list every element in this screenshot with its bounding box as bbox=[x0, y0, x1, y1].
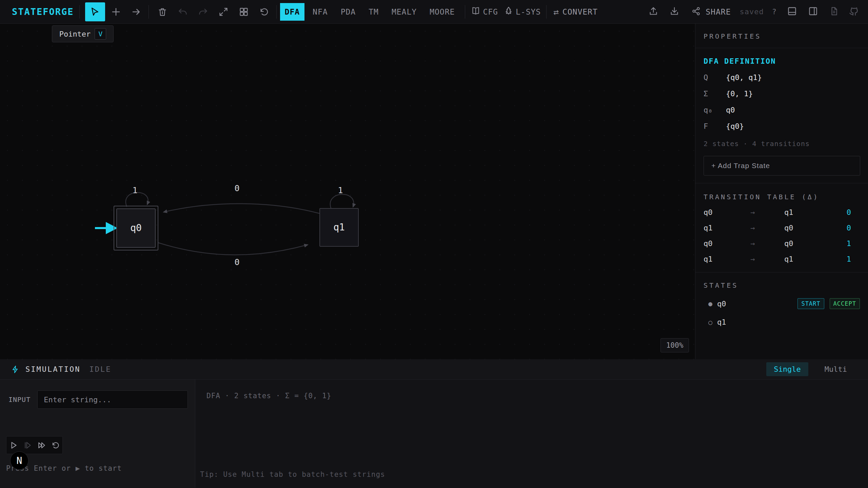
automaton-canvas[interactable]: 1 1 0 0 q0 q1 100% bbox=[0, 24, 695, 359]
tab-moore[interactable]: MOORE bbox=[425, 3, 459, 21]
add-state-tool-button[interactable] bbox=[109, 5, 123, 19]
properties-panel: PROPERTIES DFA DEFINITION Q {q0, q1} Σ {… bbox=[695, 24, 868, 359]
simulation-title: SIMULATION bbox=[25, 365, 80, 373]
state-list-item[interactable]: ● q0 START ACCEPT bbox=[704, 298, 860, 309]
transition-symbol: 1 bbox=[840, 255, 860, 263]
toggle-bottom-panel-button[interactable] bbox=[785, 5, 799, 19]
pointer-tool-button[interactable] bbox=[85, 2, 105, 21]
add-trap-state-button[interactable]: + Add Trap State bbox=[704, 156, 860, 176]
docs-button[interactable] bbox=[827, 5, 841, 19]
tab-cfg-label: CFG bbox=[483, 7, 498, 16]
transition-q1-self-loop[interactable] bbox=[330, 194, 354, 209]
nextjs-dev-badge[interactable]: N bbox=[10, 451, 28, 470]
start-badge: START bbox=[797, 298, 824, 309]
definition-label: F bbox=[704, 122, 726, 130]
fit-view-button[interactable] bbox=[217, 5, 230, 19]
state-list-id: q0 bbox=[717, 300, 792, 308]
input-label: INPUT bbox=[8, 395, 31, 404]
toolbar-divider bbox=[546, 5, 547, 19]
definition-row: Σ {0, 1} bbox=[704, 89, 860, 98]
transition-from: q1 bbox=[704, 224, 750, 232]
tab-tm[interactable]: TM bbox=[364, 3, 383, 21]
transition-table-title: TRANSITION TABLE (Δ) bbox=[704, 183, 860, 201]
tab-single[interactable]: Single bbox=[766, 362, 808, 376]
simulation-input-section: INPUT Press En bbox=[0, 380, 195, 488]
toolbar-divider bbox=[276, 5, 277, 19]
undo-button[interactable] bbox=[176, 5, 190, 19]
transition-from: q0 bbox=[704, 208, 750, 217]
machine-size-summary: 2 states · 4 transitions bbox=[704, 140, 860, 148]
label-q0-self[interactable]: 1 bbox=[132, 185, 137, 195]
plus-icon bbox=[111, 7, 121, 17]
transition-q1-to-q0[interactable] bbox=[163, 204, 320, 214]
toolbar: STATEFORGE bbox=[0, 0, 868, 24]
tab-nfa[interactable]: NFA bbox=[308, 3, 333, 21]
transition-table-row[interactable]: q1 → q1 1 bbox=[704, 255, 860, 263]
convert-label: CONVERT bbox=[563, 7, 598, 16]
transition-from: q1 bbox=[704, 255, 750, 263]
app-window: STATEFORGE bbox=[0, 0, 868, 488]
state-hollow-dot-icon: ○ bbox=[704, 318, 717, 326]
tab-lsys[interactable]: L-SYS bbox=[504, 6, 541, 17]
simulation-header: SIMULATION IDLE Single Multi bbox=[0, 359, 868, 380]
tab-cfg[interactable]: CFG bbox=[471, 6, 498, 17]
tab-pda[interactable]: PDA bbox=[336, 3, 361, 21]
transition-table-row[interactable]: q0 → q1 0 bbox=[704, 208, 860, 217]
state-filled-dot-icon: ● bbox=[704, 300, 717, 308]
share-icon bbox=[692, 7, 701, 17]
tab-mealy[interactable]: MEALY bbox=[387, 3, 421, 21]
upload-icon bbox=[649, 6, 658, 17]
auto-layout-button[interactable] bbox=[237, 5, 251, 19]
fast-forward-button[interactable] bbox=[37, 441, 46, 450]
transition-from: q0 bbox=[704, 239, 750, 248]
transition-to: q1 bbox=[784, 255, 840, 263]
state-q0-label: q0 bbox=[130, 222, 142, 233]
add-transition-tool-button[interactable] bbox=[130, 5, 143, 19]
export-button[interactable] bbox=[647, 5, 660, 19]
toolbar-divider bbox=[465, 5, 465, 19]
reset-simulation-button[interactable] bbox=[52, 441, 60, 449]
saved-status: saved bbox=[740, 7, 764, 16]
panel-divider bbox=[695, 48, 868, 48]
label-q1-self[interactable]: 1 bbox=[338, 185, 343, 195]
play-button[interactable] bbox=[9, 441, 18, 450]
tab-dfa[interactable]: DFA bbox=[280, 3, 305, 21]
help-button[interactable]: ? bbox=[772, 7, 776, 16]
transition-table-row[interactable]: q1 → q0 0 bbox=[704, 224, 860, 232]
book-icon bbox=[471, 6, 480, 17]
label-q1-to-q0[interactable]: 0 bbox=[234, 183, 239, 193]
delete-button[interactable] bbox=[156, 5, 169, 19]
dfa-definition-title: DFA DEFINITION bbox=[704, 57, 860, 65]
accept-badge: ACCEPT bbox=[830, 298, 860, 309]
import-button[interactable] bbox=[668, 5, 681, 19]
arrow-glyph: → bbox=[750, 224, 784, 232]
arrow-glyph: → bbox=[750, 208, 784, 217]
transition-q0-to-q1[interactable] bbox=[158, 243, 308, 255]
tab-lsys-label: L-SYS bbox=[516, 7, 541, 16]
convert-icon: ⇄ bbox=[553, 7, 559, 17]
transition-table-row[interactable]: q0 → q0 1 bbox=[704, 239, 860, 248]
string-input[interactable] bbox=[37, 390, 188, 409]
reset-canvas-button[interactable] bbox=[257, 5, 271, 19]
app-logo: STATEFORGE bbox=[12, 6, 74, 17]
convert-button[interactable]: ⇄ CONVERT bbox=[553, 7, 598, 17]
state-list-item[interactable]: ○ q1 bbox=[704, 318, 860, 326]
label-q0-to-q1[interactable]: 0 bbox=[234, 257, 239, 267]
step-button[interactable] bbox=[23, 441, 32, 450]
definition-label: Σ bbox=[704, 89, 726, 98]
tab-multi[interactable]: Multi bbox=[817, 362, 854, 376]
simulation-body: INPUT Press En bbox=[0, 380, 868, 488]
share-button[interactable] bbox=[689, 5, 703, 19]
undo-icon bbox=[178, 7, 188, 17]
panel-bottom-icon bbox=[787, 6, 797, 17]
simulation-status: IDLE bbox=[89, 365, 111, 373]
redo-button[interactable] bbox=[196, 5, 210, 19]
zoom-level-badge[interactable]: 100% bbox=[660, 338, 689, 352]
expand-icon bbox=[219, 7, 228, 17]
simulation-panel: SIMULATION IDLE Single Multi INPUT bbox=[0, 359, 868, 488]
tree-icon bbox=[504, 6, 513, 17]
arrow-right-icon bbox=[131, 7, 141, 17]
share-label[interactable]: SHARE bbox=[706, 7, 731, 16]
github-link-button[interactable] bbox=[847, 5, 861, 19]
toggle-right-panel-button[interactable] bbox=[806, 5, 820, 19]
